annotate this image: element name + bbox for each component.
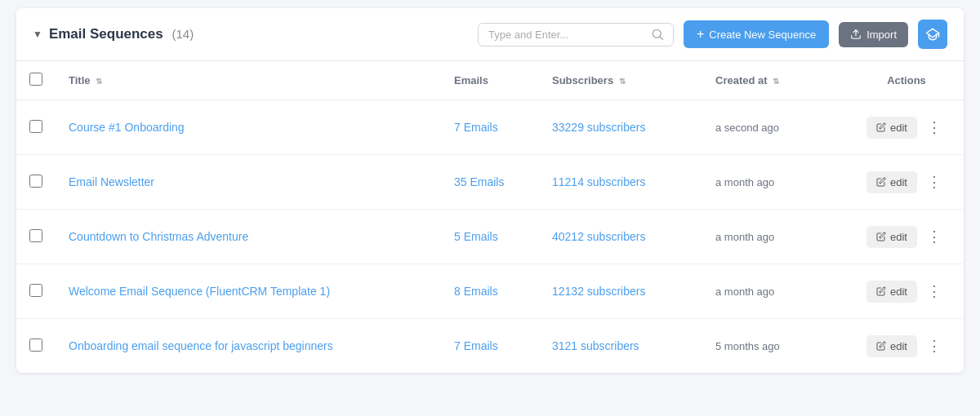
row-checkbox-1[interactable] [29,175,42,188]
sequence-count: (14) [172,27,194,41]
col-title-header[interactable]: Title ⇅ [56,61,441,100]
col-created-header[interactable]: Created at ⇅ [702,61,849,100]
row-actions-1: edit ⋮ [849,155,964,210]
row-title-0: Course #1 Onboarding [56,100,441,155]
table-header-row: Title ⇅ Emails Subscribers ⇅ Created at … [16,61,964,100]
search-icon [652,29,663,40]
row-checkbox-cell [16,319,56,374]
row-checkbox-0[interactable] [29,120,42,133]
edit-button-4[interactable]: edit [866,335,917,357]
sequence-link-2[interactable]: Countdown to Christmas Adventure [69,230,248,243]
search-box [478,23,674,46]
row-checkbox-3[interactable] [29,284,42,297]
row-actions-3: edit ⋮ [849,264,964,319]
row-subscribers-3: 12132 subscribers [539,264,702,319]
search-input[interactable] [488,29,645,41]
sequence-link-3[interactable]: Welcome Email Sequence (FluentCRM Templa… [69,285,330,298]
row-title-3: Welcome Email Sequence (FluentCRM Templa… [56,264,441,319]
row-checkbox-cell [16,210,56,264]
row-title-2: Countdown to Christmas Adventure [56,210,441,264]
select-all-checkbox[interactable] [29,73,42,86]
row-checkbox-4[interactable] [29,339,42,352]
sequence-link-0[interactable]: Course #1 Onboarding [69,121,185,134]
pencil-icon-2 [876,232,886,241]
row-created-2: a month ago [702,210,849,264]
import-button-label: Import [866,29,897,41]
more-options-button-0[interactable]: ⋮ [922,115,947,139]
row-created-4: 5 months ago [702,319,849,374]
row-emails-2: 5 Emails [441,210,539,264]
graduation-hat-button[interactable] [918,20,947,49]
table-row: Onboarding email sequence for javascript… [16,319,964,374]
row-created-0: a second ago [702,100,849,155]
row-subscribers-0: 33229 subscribers [539,100,702,155]
row-emails-3: 8 Emails [441,264,539,319]
plus-icon: + [697,27,704,42]
table-row: Welcome Email Sequence (FluentCRM Templa… [16,264,964,319]
table-row: Course #1 Onboarding 7 Emails 33229 subs… [16,100,964,155]
title-text: Email Sequences [49,26,163,42]
row-checkbox-cell [16,100,56,155]
row-created-3: a month ago [702,264,849,319]
header-title-area: ▼ Email Sequences (14) [33,26,468,42]
create-button-label: Create New Sequence [709,29,816,41]
pencil-icon-0 [876,122,886,132]
row-checkbox-2[interactable] [29,229,42,242]
col-emails-header: Emails [441,61,539,100]
more-options-button-2[interactable]: ⋮ [922,224,947,249]
col-subscribers-header[interactable]: Subscribers ⇅ [539,61,702,100]
header-checkbox-cell [16,61,56,100]
svg-line-1 [660,37,663,40]
chevron-down-icon[interactable]: ▼ [33,29,42,40]
pencil-icon-4 [876,341,886,351]
row-title-1: Email Newsletter [56,155,441,210]
created-sort-icon: ⇅ [773,77,779,86]
more-options-button-1[interactable]: ⋮ [922,170,947,194]
sequence-link-4[interactable]: Onboarding email sequence for javascript… [69,339,333,352]
sequence-link-1[interactable]: Email Newsletter [69,175,154,188]
table-row: Countdown to Christmas Adventure 5 Email… [16,210,964,264]
page-title: Email Sequences (14) [49,26,194,42]
row-created-1: a month ago [702,155,849,210]
table-row: Email Newsletter 35 Emails 11214 subscri… [16,155,964,210]
row-title-4: Onboarding email sequence for javascript… [56,319,441,374]
edit-button-1[interactable]: edit [866,171,917,193]
import-button[interactable]: Import [839,22,908,47]
subscribers-sort-icon: ⇅ [619,77,626,86]
row-checkbox-cell [16,155,56,210]
more-options-button-4[interactable]: ⋮ [922,334,947,358]
col-actions-header: Actions [849,61,964,100]
create-new-sequence-button[interactable]: + Create New Sequence [684,20,829,48]
table-body: Course #1 Onboarding 7 Emails 33229 subs… [16,100,964,374]
row-subscribers-4: 3121 subscribers [539,319,702,374]
pencil-icon-1 [876,177,886,187]
sequences-table: Title ⇅ Emails Subscribers ⇅ Created at … [16,61,964,373]
graduation-hat-icon [925,27,940,42]
row-subscribers-1: 11214 subscribers [539,155,702,210]
title-sort-icon: ⇅ [96,77,102,86]
edit-button-0[interactable]: edit [866,117,917,139]
row-emails-1: 35 Emails [441,155,539,210]
edit-button-3[interactable]: edit [866,281,917,303]
row-checkbox-cell [16,264,56,319]
row-emails-4: 7 Emails [441,319,539,374]
row-actions-4: edit ⋮ [849,319,964,374]
row-emails-0: 7 Emails [441,100,539,155]
edit-button-2[interactable]: edit [866,226,917,248]
pencil-icon-3 [876,286,886,296]
app-container: ▼ Email Sequences (14) + Create New Sequ… [16,8,964,373]
row-actions-0: edit ⋮ [849,100,964,155]
upload-icon [850,29,862,40]
table-container: Title ⇅ Emails Subscribers ⇅ Created at … [16,61,964,373]
more-options-button-3[interactable]: ⋮ [922,279,947,303]
header: ▼ Email Sequences (14) + Create New Sequ… [16,8,964,61]
row-subscribers-2: 40212 subscribers [539,210,702,264]
row-actions-2: edit ⋮ [849,210,964,264]
